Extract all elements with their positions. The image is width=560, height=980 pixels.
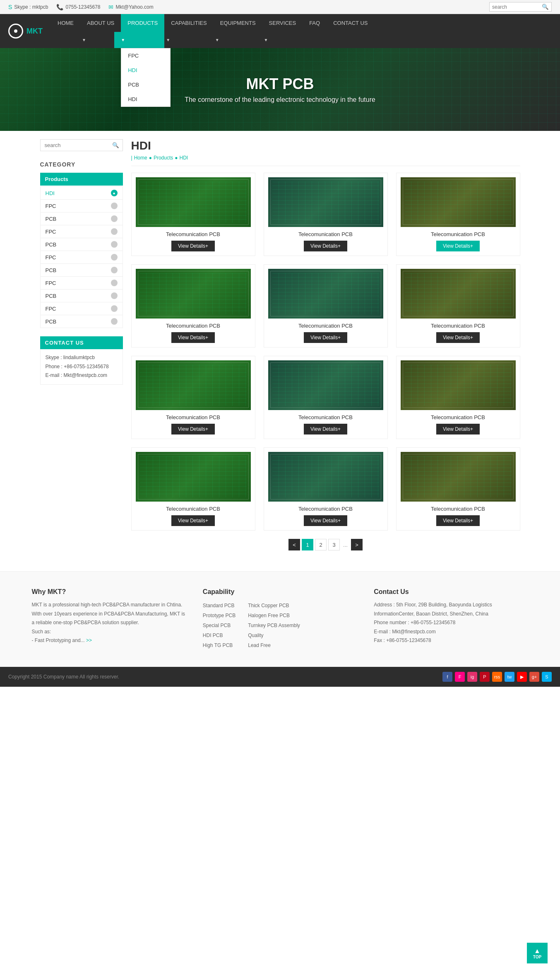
view-details-btn-4[interactable]: View Details+ (304, 332, 347, 343)
nav-equipments[interactable]: EQUIPMENTS ▼ (214, 14, 262, 48)
category-item-3[interactable]: FPC (41, 225, 123, 238)
nav-services[interactable]: SERVICES ▼ (262, 14, 303, 48)
sidebar-search-input[interactable] (41, 140, 109, 151)
view-details-btn-2[interactable]: View Details+ (436, 241, 480, 251)
skype-contact: S Skype : mktpcb (8, 4, 48, 10)
breadcrumb-products[interactable]: Products (154, 155, 173, 161)
category-dot (111, 241, 118, 248)
view-details-btn-7[interactable]: View Details+ (304, 424, 347, 434)
nav-capabilities[interactable]: CAPABILITIES ▼ (164, 14, 213, 48)
logo[interactable]: MKT (0, 14, 51, 48)
footer-contact-title: Contact Us (374, 588, 528, 596)
dropdown-pcb[interactable]: PCB (121, 77, 170, 92)
category-item-7[interactable]: FPC (41, 277, 123, 290)
product-img-9 (136, 452, 251, 502)
pcb-visual-9 (136, 452, 251, 502)
category-dot (111, 318, 118, 325)
pcb-visual-6 (136, 360, 251, 410)
category-dot (111, 254, 118, 261)
view-details-btn-11[interactable]: View Details+ (436, 515, 480, 526)
product-card-6: Telecomunication PCB View Details+ (131, 356, 255, 439)
view-details-btn-0[interactable]: View Details+ (171, 241, 215, 251)
category-dot (111, 203, 118, 209)
pagination-page-1[interactable]: 1 (302, 539, 313, 550)
pagination-page-3[interactable]: 3 (328, 539, 340, 550)
footer-cap2-item-4: Lead Free (248, 640, 300, 650)
sidebar-skype: Skype : lindaliumktpcb (46, 353, 118, 362)
dropdown-hdi[interactable]: HDI (121, 63, 170, 77)
googleplus-icon[interactable]: g+ (529, 672, 539, 682)
footer-why-text: MKT is a professional high-tech PCB&PCBA… (32, 601, 186, 628)
pagination-prev[interactable]: < (288, 539, 300, 550)
category-item-5[interactable]: FPC (41, 251, 123, 264)
view-details-btn-8[interactable]: View Details+ (436, 424, 480, 434)
view-details-btn-6[interactable]: View Details+ (171, 424, 215, 434)
pinterest-icon[interactable]: P (480, 672, 490, 682)
product-img-8 (401, 360, 516, 410)
category-item-1[interactable]: FPC (41, 200, 123, 212)
category-item-6[interactable]: PCB (41, 264, 123, 277)
twitter-icon[interactable]: tw (505, 672, 514, 682)
view-details-btn-10[interactable]: View Details+ (304, 515, 347, 526)
sidebar-search-button[interactable]: 🔍 (109, 140, 123, 151)
product-name-0: Telecomunication PCB (136, 231, 251, 237)
hero-title: MKT PCB (246, 75, 314, 93)
rss-icon[interactable]: rss (492, 672, 502, 682)
skype-social-icon[interactable]: S (542, 672, 552, 682)
nav-contact[interactable]: CONTACT US (327, 14, 374, 48)
main-layout: 🔍 CATEGORY Products HDI ● FPC PCB FPC PC… (32, 131, 529, 571)
category-item-2[interactable]: PCB (41, 212, 123, 225)
pagination-next[interactable]: > (351, 539, 363, 550)
category-item-10[interactable]: PCB (41, 315, 123, 328)
product-card-0: Telecomunication PCB View Details+ (131, 173, 255, 256)
view-details-btn-1[interactable]: View Details+ (304, 241, 347, 251)
facebook-icon[interactable]: f (442, 672, 452, 682)
product-card-7: Telecomunication PCB View Details+ (264, 356, 388, 439)
product-card-10: Telecomunication PCB View Details+ (264, 447, 388, 531)
youtube-icon[interactable]: ▶ (517, 672, 527, 682)
product-card-8: Telecomunication PCB View Details+ (396, 356, 520, 439)
pagination-page-2[interactable]: 2 (315, 539, 327, 550)
breadcrumb-separator: | (131, 155, 132, 161)
top-search-input[interactable] (490, 3, 539, 11)
footer-why: Why MKT? MKT is a professional high-tech… (32, 588, 186, 650)
category-item-8[interactable]: PCB (41, 290, 123, 302)
footer-capability: Capability Standard PCB Prototype PCB Sp… (203, 588, 357, 650)
view-details-btn-3[interactable]: View Details+ (171, 332, 215, 343)
flickr-icon[interactable]: F (455, 672, 465, 682)
nav-products[interactable]: PRODUCTS ▼ FPC HDI PCB HDI (121, 14, 164, 48)
product-name-9: Telecomunication PCB (136, 506, 251, 512)
product-card-1: Telecomunication PCB View Details+ (264, 173, 388, 256)
category-title: CATEGORY (40, 158, 123, 171)
instagram-icon[interactable]: ig (467, 672, 477, 682)
dropdown-fpc[interactable]: FPC (121, 48, 170, 63)
pcb-visual-3 (136, 269, 251, 319)
breadcrumb-home[interactable]: Home (134, 155, 147, 161)
category-dot (111, 228, 118, 235)
product-card-5: Telecomunication PCB View Details+ (396, 264, 520, 348)
sidebar-search-box[interactable]: 🔍 (40, 139, 123, 151)
products-dropdown: FPC HDI PCB HDI (121, 48, 171, 107)
category-products-btn[interactable]: Products (40, 173, 123, 186)
category-hdi[interactable]: HDI ● (41, 187, 123, 200)
top-search-button[interactable]: 🔍 (539, 2, 551, 11)
footer-fax: Fax : +86-0755-12345678 (374, 636, 528, 645)
breadcrumb: | Home ● Products ● HDI (131, 155, 520, 166)
breadcrumb-dot-1: ● (149, 155, 152, 161)
category-item-9[interactable]: FPC (41, 302, 123, 315)
main-content: HDI | Home ● Products ● HDI Telecomunica… (131, 139, 520, 563)
view-details-btn-9[interactable]: View Details+ (171, 515, 215, 526)
footer-phone: Phone number : +86-0755-12345678 (374, 618, 528, 628)
nav-faq[interactable]: FAQ (303, 14, 327, 48)
footer-top-inner: Why MKT? MKT is a professional high-tech… (32, 588, 529, 650)
phone-contact: 📞 0755-12345678 (56, 4, 100, 10)
footer-read-more[interactable]: >> (86, 637, 92, 643)
dropdown-hdi2[interactable]: HDI (121, 92, 170, 106)
top-search-box[interactable]: 🔍 (489, 2, 552, 12)
view-details-btn-5[interactable]: View Details+ (436, 332, 480, 343)
footer-cap2-item-2: Turnkey PCB Assembly (248, 620, 300, 630)
email-icon: ✉ (108, 4, 113, 10)
category-item-4[interactable]: PCB (41, 238, 123, 251)
category-dot-active: ● (111, 190, 118, 196)
product-card-3: Telecomunication PCB View Details+ (131, 264, 255, 348)
